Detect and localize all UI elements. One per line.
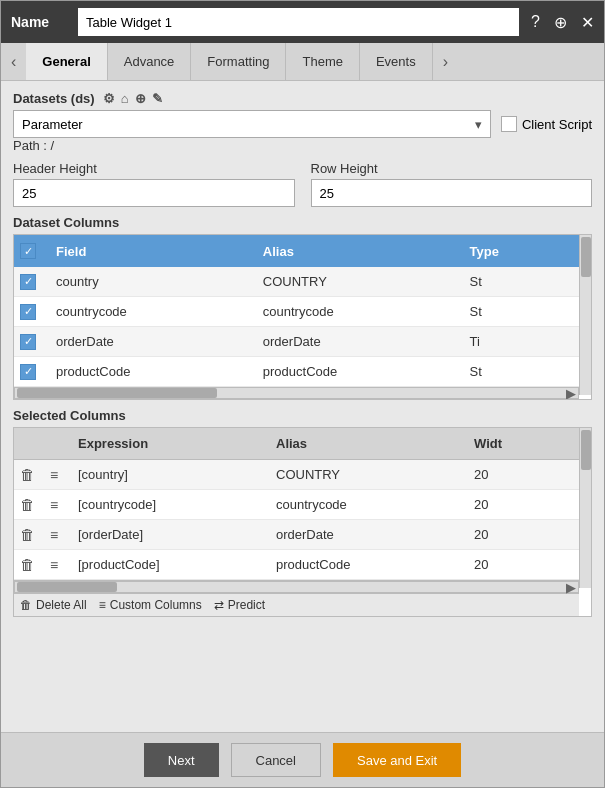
header-height-label: Header Height xyxy=(13,161,295,176)
row-alias-3: orderDate xyxy=(257,334,464,349)
name-label: Name xyxy=(11,14,66,30)
predict-button[interactable]: ⇄ Predict xyxy=(214,598,265,612)
content-area: Datasets (ds) ⚙ ⌂ ⊕ ✎ Parameter ▾ Client… xyxy=(1,81,604,732)
save-and-exit-button[interactable]: Save and Exit xyxy=(333,743,461,777)
tab-advance[interactable]: Advance xyxy=(108,43,192,80)
sel-delete-1[interactable]: 🗑 xyxy=(20,466,50,483)
dropdown-value: Parameter xyxy=(22,117,83,132)
sel-delete-2[interactable]: 🗑 xyxy=(20,496,50,513)
sel-table-row: 🗑 ≡ [countrycode] countrycode 20 xyxy=(14,490,579,520)
next-button[interactable]: Next xyxy=(144,743,219,777)
h-scrollbar[interactable]: ▶ xyxy=(14,387,579,399)
footer: Next Cancel Save and Exit xyxy=(1,732,604,787)
sel-h-scrollbar[interactable]: ▶ xyxy=(14,581,579,593)
sel-eq-2[interactable]: ≡ xyxy=(50,497,74,513)
dataset-columns-header: Dataset Columns xyxy=(13,215,592,230)
row-field-3: orderDate xyxy=(50,334,257,349)
sel-h-scroll-thumb xyxy=(17,582,117,592)
select-all-checkbox[interactable]: ✓ xyxy=(20,243,36,259)
datasets-header: Datasets (ds) ⚙ ⌂ ⊕ ✎ xyxy=(13,91,592,106)
filter-icon[interactable]: ⚙ xyxy=(103,91,115,106)
v-scroll-thumb-datasets xyxy=(581,237,591,277)
selected-columns-section: Selected Columns Expression Alias Widt 🗑 xyxy=(13,408,592,617)
datasets-label: Datasets (ds) xyxy=(13,91,95,106)
tab-next-button[interactable]: › xyxy=(433,43,458,80)
sel-delete-4[interactable]: 🗑 xyxy=(20,556,50,573)
predict-label: Predict xyxy=(228,598,265,612)
sel-alias-4: productCode xyxy=(272,557,470,572)
move-icon[interactable]: ⊕ xyxy=(554,13,567,32)
col-header-field: Field xyxy=(50,244,257,259)
sel-table-row: 🗑 ≡ [country] COUNTRY 20 xyxy=(14,460,579,490)
row-type-1: St xyxy=(464,274,573,289)
delete-all-button[interactable]: 🗑 Delete All xyxy=(20,598,87,612)
datasets-row: Parameter ▾ Client Script xyxy=(13,110,592,138)
selected-columns-table: Expression Alias Widt 🗑 ≡ [country] COUN… xyxy=(13,427,592,617)
tab-prev-button[interactable]: ‹ xyxy=(1,43,26,80)
title-bar: Name ? ⊕ ✕ xyxy=(1,1,604,43)
v-scrollbar-datasets[interactable] xyxy=(579,235,591,395)
custom-columns-button[interactable]: ≡ Custom Columns xyxy=(99,598,202,612)
delete-all-label: Delete All xyxy=(36,598,87,612)
edit-ds-icon[interactable]: ✎ xyxy=(152,91,163,106)
dataset-columns-header-row: ✓ Field Alias Type xyxy=(14,235,579,267)
tab-general[interactable]: General xyxy=(26,43,107,80)
row-checkbox-2[interactable]: ✓ xyxy=(20,304,50,320)
sel-columns-header-row: Expression Alias Widt xyxy=(14,428,579,460)
main-window: Name ? ⊕ ✕ ‹ General Advance Formatting … xyxy=(0,0,605,788)
sel-table-row: 🗑 ≡ [productCode] productCode 20 xyxy=(14,550,579,580)
help-icon[interactable]: ? xyxy=(531,13,540,32)
tab-formatting[interactable]: Formatting xyxy=(191,43,286,80)
sel-expr-4: [productCode] xyxy=(74,557,272,572)
selected-columns-main: Expression Alias Widt 🗑 ≡ [country] COUN… xyxy=(14,428,579,616)
header-height-input[interactable] xyxy=(13,179,295,207)
delete-all-icon: 🗑 xyxy=(20,598,32,612)
row-alias-2: countrycode xyxy=(257,304,464,319)
row-height-input[interactable] xyxy=(311,179,593,207)
sel-expr-2: [countrycode] xyxy=(74,497,272,512)
datasets-section: Datasets (ds) ⚙ ⌂ ⊕ ✎ Parameter ▾ Client… xyxy=(13,91,592,153)
tab-events[interactable]: Events xyxy=(360,43,433,80)
sel-eq-3[interactable]: ≡ xyxy=(50,527,74,543)
selected-columns-bottom-bar: 🗑 Delete All ≡ Custom Columns ⇄ Predict xyxy=(14,593,579,616)
row-checkbox-4[interactable]: ✓ xyxy=(20,364,50,380)
row-checkbox-1[interactable]: ✓ xyxy=(20,274,50,290)
row-field-4: productCode xyxy=(50,364,257,379)
header-checkbox-cell: ✓ xyxy=(20,243,50,259)
cancel-button[interactable]: Cancel xyxy=(231,743,321,777)
row-height-label: Row Height xyxy=(311,161,593,176)
datasets-dropdown[interactable]: Parameter ▾ xyxy=(13,110,491,138)
row-checkbox-3[interactable]: ✓ xyxy=(20,334,50,350)
close-icon[interactable]: ✕ xyxy=(581,13,594,32)
dataset-columns-section: Dataset Columns ✓ Field Alias Type xyxy=(13,215,592,400)
row-height-field: Row Height xyxy=(311,161,593,207)
selected-columns-header: Selected Columns xyxy=(13,408,592,423)
custom-columns-label: Custom Columns xyxy=(110,598,202,612)
sel-width-4: 20 xyxy=(470,557,573,572)
row-field-2: countrycode xyxy=(50,304,257,319)
v-scrollbar-selected[interactable] xyxy=(579,428,591,588)
sel-alias-1: COUNTRY xyxy=(272,467,470,482)
widget-name-input[interactable] xyxy=(78,8,519,36)
tab-theme[interactable]: Theme xyxy=(286,43,359,80)
row-type-4: St xyxy=(464,364,573,379)
sel-scroll-row: ▶ xyxy=(14,580,579,593)
height-row: Header Height Row Height xyxy=(13,161,592,207)
sel-eq-1[interactable]: ≡ xyxy=(50,467,74,483)
scroll-right-arrow[interactable]: ▶ xyxy=(566,386,578,400)
home-icon[interactable]: ⌂ xyxy=(121,91,129,106)
sel-scroll-right-arrow[interactable]: ▶ xyxy=(566,580,578,595)
dataset-columns-main: ✓ Field Alias Type ✓ country COUNTRY St xyxy=(14,235,579,399)
dropdown-arrow-icon: ▾ xyxy=(475,117,482,132)
client-script-checkbox[interactable] xyxy=(501,116,517,132)
dataset-columns-title: Dataset Columns xyxy=(13,215,119,230)
sel-eq-4[interactable]: ≡ xyxy=(50,557,74,573)
sel-width-1: 20 xyxy=(470,467,573,482)
sel-delete-3[interactable]: 🗑 xyxy=(20,526,50,543)
sel-header-expr: Expression xyxy=(74,436,272,451)
add-ds-icon[interactable]: ⊕ xyxy=(135,91,146,106)
row-type-3: Ti xyxy=(464,334,573,349)
sel-width-2: 20 xyxy=(470,497,573,512)
sel-table-row: 🗑 ≡ [orderDate] orderDate 20 xyxy=(14,520,579,550)
sel-alias-2: countrycode xyxy=(272,497,470,512)
